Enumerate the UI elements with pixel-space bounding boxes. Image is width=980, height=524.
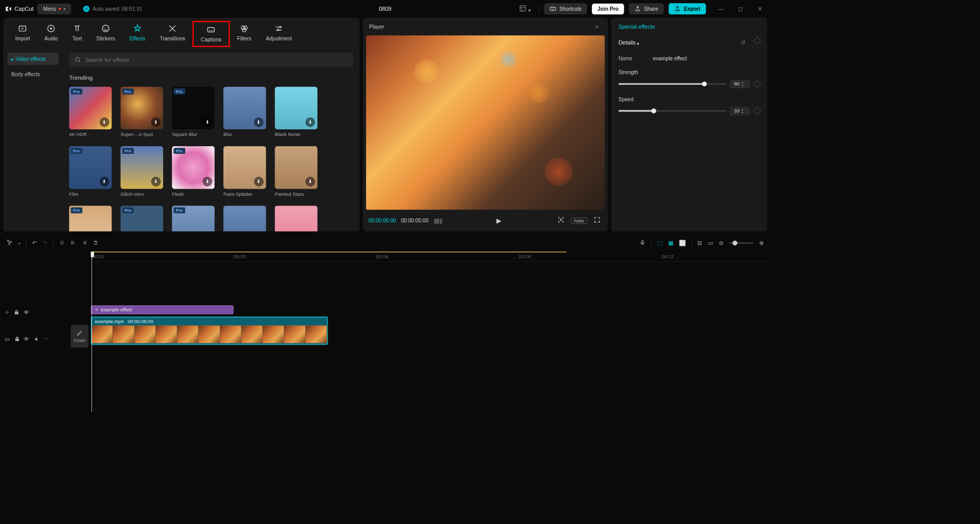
video-track[interactable]: example.mp4 00:00:05:00 — [91, 316, 770, 345]
svg-point-5 — [102, 25, 109, 32]
track-visibility-button[interactable]: 👁︎ — [24, 335, 29, 342]
split-right-button[interactable] — [82, 240, 87, 246]
effect-thumb[interactable]: Pro⬇Glitch Intro — [121, 146, 163, 197]
zoom-slider[interactable] — [730, 242, 754, 244]
undo-button[interactable]: ↶ — [32, 240, 37, 246]
split-left-button[interactable] — [71, 240, 76, 246]
speed-slider[interactable] — [619, 110, 726, 111]
cursor-tool-button[interactable] — [7, 239, 13, 247]
track-mute-button[interactable]: 🔈︎ — [33, 335, 39, 342]
keyframe-diamond-icon[interactable] — [753, 107, 761, 115]
video-clip[interactable]: example.mp4 00:00:05:00 — [91, 316, 328, 345]
effect-thumb[interactable]: ⬇Paint Splatter — [223, 146, 266, 197]
ratio-button[interactable]: Ratio — [571, 217, 587, 224]
maximize-button[interactable]: ◻ — [735, 4, 746, 14]
align-button[interactable]: ⊟ — [697, 240, 702, 246]
magnet-track-button[interactable]: ▦ — [668, 240, 673, 246]
preview-toggle-button[interactable]: ▭ — [708, 240, 713, 246]
tab-audio[interactable]: Audio — [37, 21, 65, 47]
effect-thumb[interactable]: Pro — [121, 206, 163, 231]
effect-thumb[interactable]: ⬇Black Noise — [275, 87, 317, 138]
layout-menu-button[interactable]: ▾ — [516, 3, 534, 15]
effect-thumb[interactable] — [275, 206, 317, 231]
shortcuts-button[interactable]: Shortcuts — [544, 3, 587, 14]
download-icon[interactable]: ⬇ — [202, 118, 212, 127]
download-icon[interactable]: ⬇ — [202, 177, 212, 187]
thumb-label: Black Noise — [275, 132, 317, 138]
tab-stickers[interactable]: Stickers — [89, 21, 122, 47]
capcut-logo-icon — [5, 5, 12, 12]
download-icon[interactable]: ⬇ — [305, 177, 315, 187]
track-visibility-button[interactable]: 👁︎ — [24, 309, 29, 315]
mic-button[interactable] — [640, 239, 646, 247]
search-input-wrap[interactable] — [69, 53, 353, 67]
cover-button[interactable]: Cover — [71, 325, 88, 348]
tab-import[interactable]: Import — [8, 21, 37, 47]
reset-button[interactable]: ↺ — [737, 38, 748, 48]
export-button[interactable]: Export — [669, 3, 706, 14]
redo-button[interactable]: ↷ — [42, 240, 47, 246]
zoom-out-button[interactable]: ⊖ — [719, 240, 723, 246]
thumb-label: Painted Stars — [275, 191, 317, 197]
track-lock-button[interactable]: 🔒︎ — [14, 335, 20, 342]
effect-track[interactable]: ✧ example effect — [91, 305, 770, 315]
share-button[interactable]: Share — [629, 3, 664, 14]
tab-captions[interactable]: Captions — [192, 21, 230, 47]
track-lock-button[interactable]: 🔒︎ — [14, 309, 19, 315]
effect-thumb[interactable] — [223, 206, 266, 231]
play-button[interactable]: ▶ — [495, 215, 503, 226]
effect-thumb[interactable]: Pro⬇Super-...e Spot — [121, 87, 163, 138]
magnet-main-button[interactable]: ⬚ — [657, 240, 663, 246]
effect-thumb[interactable]: Pro⬇Square Blur — [172, 87, 214, 138]
timeline-ruler[interactable]: |00:00 |00:03 |00:06 |00:09 |00:12 — [91, 252, 770, 262]
sidebar-video-effects[interactable]: Video effects — [7, 53, 59, 65]
minimize-button[interactable]: — — [715, 4, 727, 14]
tab-transitions[interactable]: Transitions — [152, 21, 192, 47]
fullscreen-button[interactable] — [592, 215, 602, 227]
effect-thumb[interactable]: Pro⬇Flash — [172, 146, 214, 197]
sparkle-icon: ✧ — [95, 307, 99, 313]
preview-viewport[interactable] — [366, 35, 605, 210]
zoom-in-button[interactable]: ⊕ — [759, 240, 764, 246]
track-fx-icon[interactable]: ✧ — [5, 309, 9, 315]
strength-value-box[interactable]: 80▴▾ — [730, 80, 750, 88]
download-icon[interactable]: ⬇ — [100, 118, 109, 127]
tab-adjustment[interactable]: Adjustment — [259, 21, 299, 47]
download-icon[interactable]: ⬇ — [254, 118, 264, 127]
effect-thumb[interactable]: Pro — [69, 206, 111, 231]
download-icon[interactable]: ⬇ — [305, 118, 315, 127]
effect-thumb[interactable]: Pro⬇4K HDR — [69, 87, 111, 138]
timeline-main[interactable]: |00:00 |00:03 |00:06 |00:09 |00:12 ✧ exa… — [91, 252, 770, 412]
tab-effects[interactable]: Effects — [122, 21, 152, 47]
tab-text[interactable]: Text — [65, 21, 89, 47]
download-icon[interactable]: ⬇ — [100, 177, 109, 187]
download-icon[interactable]: ⬇ — [151, 118, 161, 127]
tab-filters[interactable]: Filters — [230, 21, 259, 47]
join-pro-button[interactable]: Join Pro — [592, 4, 624, 14]
keyframe-diamond-icon[interactable] — [753, 37, 761, 45]
effects-browser: Trending Pro⬇4K HDRPro⬇Super-...e SpotPr… — [63, 47, 360, 232]
delete-button[interactable] — [93, 240, 99, 246]
playhead[interactable] — [92, 252, 92, 412]
split-button[interactable] — [59, 240, 65, 246]
timecode-current: 00:00:00:00 — [369, 218, 396, 224]
effect-thumb[interactable]: ⬇Blur — [223, 87, 266, 138]
effect-thumb[interactable]: ⬇Painted Stars — [275, 146, 317, 197]
frame-detect-button[interactable] — [556, 215, 566, 227]
speed-value-box[interactable]: 33▴▾ — [730, 106, 750, 115]
sidebar-body-effects[interactable]: Body effects — [7, 69, 59, 81]
keyframe-diamond-icon[interactable] — [753, 80, 761, 88]
effect-thumb[interactable]: Pro⬇Film — [69, 146, 111, 197]
search-input[interactable] — [85, 57, 348, 63]
effect-clip[interactable]: ✧ example effect — [91, 305, 234, 314]
track-video-icon[interactable]: ▭ — [5, 335, 10, 342]
close-button[interactable]: ✕ — [754, 4, 765, 14]
player-menu-button[interactable]: ≡ — [592, 21, 602, 31]
download-icon[interactable]: ⬇ — [151, 177, 161, 187]
link-button[interactable]: ⬜ — [679, 240, 686, 246]
download-icon[interactable]: ⬇ — [254, 177, 264, 187]
strength-slider[interactable] — [619, 83, 726, 85]
track-more-button[interactable]: ⋯ — [43, 335, 49, 342]
effect-thumb[interactable]: Pro — [172, 206, 214, 231]
menu-button[interactable]: Menu▾ — [37, 4, 71, 14]
